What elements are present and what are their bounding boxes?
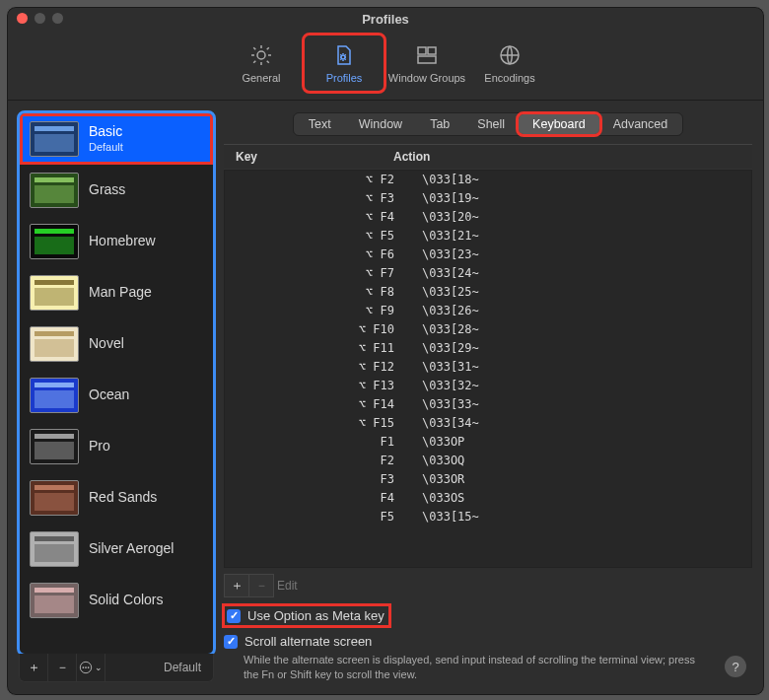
zoom-icon[interactable] xyxy=(52,13,63,24)
profile-actions-button[interactable]: ⌄ xyxy=(77,654,105,681)
keymap-row[interactable]: ⌥ F7\033[24~ xyxy=(225,264,751,283)
svg-point-9 xyxy=(88,666,90,668)
keymap-action: \033[19~ xyxy=(422,190,739,207)
profile-name: Novel xyxy=(89,335,124,353)
keymap-row[interactable]: ⌥ F15\033[34~ xyxy=(225,414,751,433)
profile-name: Homebrew xyxy=(89,233,156,250)
keymap-row[interactable]: ⌥ F4\033[20~ xyxy=(225,208,751,227)
toolbar-label: General xyxy=(242,72,280,84)
option-meta-row: ✓ Use Option as Meta key xyxy=(224,605,389,626)
keymap-row[interactable]: ⌥ F6\033[23~ xyxy=(225,245,751,264)
option-meta-checkbox[interactable]: ✓ xyxy=(227,609,241,623)
general-icon xyxy=(249,43,273,67)
toolbar-encodings[interactable]: Encodings xyxy=(469,35,550,92)
toolbar-label: Encodings xyxy=(484,72,534,84)
remove-keymap-button[interactable]: － xyxy=(248,574,274,597)
profile-sub: Default xyxy=(89,141,123,155)
tab-shell[interactable]: Shell xyxy=(463,114,519,134)
keymap-row[interactable]: ⌥ F9\033[26~ xyxy=(225,302,751,320)
scroll-alt-checkbox[interactable]: ✓ xyxy=(224,635,238,649)
profile-item[interactable]: Homebrew xyxy=(20,216,213,267)
keymap-action: \033[32~ xyxy=(422,378,739,394)
keymap-controls: ＋ － Edit xyxy=(224,574,752,597)
keymap-row[interactable]: F3\033OR xyxy=(225,470,751,489)
tab-window[interactable]: Window xyxy=(345,114,416,134)
keymap-action: \033[31~ xyxy=(422,359,739,376)
add-profile-button[interactable]: ＋ xyxy=(20,654,48,681)
keymap-row[interactable]: ⌥ F3\033[19~ xyxy=(225,189,751,208)
profile-item[interactable]: Pro xyxy=(20,421,213,472)
profile-name: Man Page xyxy=(89,284,152,302)
tab-advanced[interactable]: Advanced xyxy=(599,114,682,134)
profile-tabs: TextWindowTabShellKeyboardAdvanced xyxy=(293,112,683,136)
set-default-button[interactable]: Default xyxy=(152,661,213,674)
minimize-icon[interactable] xyxy=(35,13,45,24)
keymap-key: F4 xyxy=(237,490,422,507)
remove-profile-button[interactable]: － xyxy=(48,654,77,681)
keymap-action: \033[18~ xyxy=(422,172,739,188)
svg-point-8 xyxy=(85,666,87,668)
keymap-row[interactable]: ⌥ F2\033[18~ xyxy=(225,171,751,189)
profile-item[interactable]: Grass xyxy=(20,165,213,216)
toolbar-general[interactable]: General xyxy=(221,35,302,92)
keymap-key: ⌥ F6 xyxy=(237,246,422,263)
keymap-action: \033[20~ xyxy=(422,209,739,226)
profile-thumb xyxy=(30,326,79,362)
keymap-action: \033OP xyxy=(422,434,739,451)
keymap-row[interactable]: ⌥ F5\033[21~ xyxy=(225,227,751,245)
keymap-row[interactable]: ⌥ F10\033[28~ xyxy=(225,320,751,339)
tab-text[interactable]: Text xyxy=(295,114,345,134)
keymap-row[interactable]: F1\033OP xyxy=(225,433,751,452)
keymap-action: \033[21~ xyxy=(422,228,739,245)
profile-item[interactable]: BasicDefault xyxy=(20,113,213,165)
keymap-action: \033[25~ xyxy=(422,284,739,301)
profile-item[interactable]: Solid Colors xyxy=(20,575,213,626)
keymap-row[interactable]: ⌥ F13\033[32~ xyxy=(225,377,751,395)
keymap-row[interactable]: F5\033[15~ xyxy=(225,508,751,526)
keymap-row[interactable]: ⌥ F12\033[31~ xyxy=(225,358,751,377)
profile-item[interactable]: Novel xyxy=(20,318,213,370)
windowgroups-icon xyxy=(415,43,439,67)
option-meta-label: Use Option as Meta key xyxy=(247,608,384,623)
keymap-action: \033[26~ xyxy=(422,303,739,319)
tab-tab[interactable]: Tab xyxy=(416,114,463,134)
preferences-window: Profiles GeneralProfilesWindow GroupsEnc… xyxy=(6,6,765,696)
keymap-action: \033OR xyxy=(422,471,739,488)
help-button[interactable]: ? xyxy=(725,656,746,677)
svg-rect-2 xyxy=(418,47,426,54)
add-keymap-button[interactable]: ＋ xyxy=(224,574,249,597)
keymap-key: F5 xyxy=(237,509,422,525)
toolbar-profiles[interactable]: Profiles xyxy=(304,35,384,92)
keymap-action: \033OS xyxy=(422,490,739,507)
keymap-key: ⌥ F9 xyxy=(237,303,422,319)
profile-thumb xyxy=(30,429,79,464)
keymap-row[interactable]: ⌥ F8\033[25~ xyxy=(225,283,751,302)
profile-list-footer: ＋ － ⌄ Default xyxy=(19,654,214,682)
profile-detail: TextWindowTabShellKeyboardAdvanced Key A… xyxy=(224,112,752,682)
toolbar: GeneralProfilesWindow GroupsEncodings xyxy=(7,31,764,101)
edit-keymap-button[interactable]: Edit xyxy=(277,579,298,593)
keymap-row[interactable]: F2\033OQ xyxy=(225,452,751,470)
svg-rect-4 xyxy=(418,56,436,63)
tab-keyboard[interactable]: Keyboard xyxy=(519,114,599,134)
profile-item[interactable]: Silver Aerogel xyxy=(20,524,213,575)
profile-item[interactable]: Red Sands xyxy=(20,472,213,524)
keymap-row[interactable]: ⌥ F11\033[29~ xyxy=(225,339,751,358)
toolbar-windowgroups[interactable]: Window Groups xyxy=(386,35,467,92)
keymap-action: \033[23~ xyxy=(422,246,739,263)
keymap-key: ⌥ F10 xyxy=(237,321,422,338)
profile-name: Grass xyxy=(89,181,125,199)
keymap-row[interactable]: ⌥ F14\033[33~ xyxy=(225,395,751,414)
profile-item[interactable]: Ocean xyxy=(20,370,213,421)
scroll-hint: While the alternate screen is displayed,… xyxy=(224,653,697,682)
profile-name: Basic xyxy=(89,123,123,141)
keymap-table[interactable]: ⌥ F2\033[18~⌥ F3\033[19~⌥ F4\033[20~⌥ F5… xyxy=(224,170,752,568)
profile-item[interactable]: Man Page xyxy=(20,267,213,318)
profile-thumb xyxy=(30,275,79,311)
keymap-key: ⌥ F7 xyxy=(237,265,422,282)
encodings-icon xyxy=(498,43,522,67)
close-icon[interactable] xyxy=(17,13,28,24)
profile-thumb xyxy=(30,583,79,618)
keymap-row[interactable]: F4\033OS xyxy=(225,489,751,508)
profile-name: Red Sands xyxy=(89,489,157,507)
